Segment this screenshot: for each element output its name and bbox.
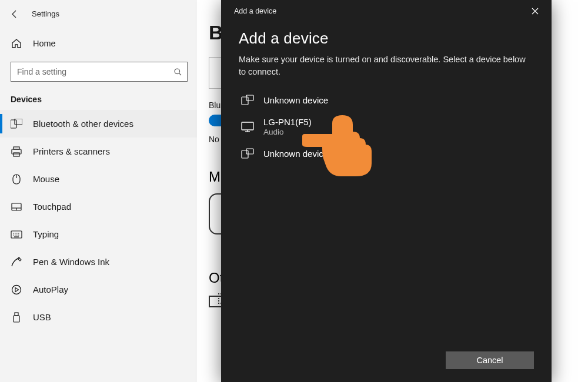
- back-icon[interactable]: [11, 10, 19, 18]
- svg-rect-23: [242, 122, 253, 130]
- dialog-body: Add a device Make sure your device is tu…: [221, 18, 552, 344]
- settings-sidebar: Settings Home Devices Bluetooth & other …: [0, 0, 197, 382]
- search-icon: [173, 68, 182, 76]
- search-input[interactable]: [17, 67, 173, 76]
- mouse-icon: [11, 174, 22, 185]
- svg-rect-2: [11, 120, 16, 128]
- pen-icon: [11, 257, 22, 267]
- svg-rect-18: [14, 316, 19, 322]
- settings-title: Settings: [32, 9, 59, 18]
- device-name: Unknown device: [263, 149, 328, 159]
- sidebar-item-home[interactable]: Home: [0, 33, 197, 53]
- sidebar-item-label: Printers & scanners: [33, 146, 110, 156]
- sidebar-item-mouse[interactable]: Mouse: [0, 165, 197, 193]
- monitor-icon: [241, 122, 254, 132]
- sidebar-item-printers[interactable]: Printers & scanners: [0, 138, 197, 165]
- svg-rect-27: [246, 149, 253, 154]
- usb-icon: [11, 312, 22, 323]
- autoplay-icon: [11, 284, 22, 295]
- sidebar-category: Devices: [0, 82, 197, 110]
- sidebar-header: Settings: [0, 7, 197, 24]
- svg-line-1: [179, 73, 182, 75]
- cancel-button[interactable]: Cancel: [446, 351, 534, 369]
- bluetooth-devices-icon: [11, 119, 22, 129]
- sidebar-item-typing[interactable]: Typing: [0, 220, 197, 248]
- sidebar-item-autoplay[interactable]: AutoPlay: [0, 276, 197, 303]
- search-input-wrap[interactable]: [11, 62, 188, 82]
- dialog-subtitle: Make sure your device is turned on and d…: [239, 53, 534, 78]
- dialog-heading: Add a device: [239, 29, 534, 48]
- sidebar-item-bluetooth[interactable]: Bluetooth & other devices: [0, 110, 197, 138]
- device-row-unknown-2[interactable]: Unknown device: [239, 142, 534, 165]
- sidebar-item-label: Bluetooth & other devices: [33, 119, 133, 129]
- device-name: LG-PN1(F5): [263, 117, 312, 127]
- dialog-titlebar: Add a device: [221, 0, 552, 18]
- keyboard-icon: [11, 230, 22, 239]
- dialog-footer: Cancel: [221, 344, 552, 382]
- device-row-lg-pn1[interactable]: LG-PN1(F5) Audio: [239, 111, 534, 142]
- sidebar-item-pen[interactable]: Pen & Windows Ink: [0, 248, 197, 276]
- home-label: Home: [33, 39, 56, 48]
- sidebar-item-label: Mouse: [33, 174, 59, 184]
- sidebar-item-touchpad[interactable]: Touchpad: [0, 193, 197, 220]
- device-name: Unknown device: [263, 95, 328, 105]
- device-row-unknown-1[interactable]: Unknown device: [239, 89, 534, 111]
- device-generic-icon: [241, 148, 254, 159]
- svg-point-0: [175, 69, 180, 74]
- svg-rect-17: [15, 313, 18, 316]
- svg-point-16: [12, 285, 21, 294]
- sidebar-item-label: Typing: [33, 229, 59, 239]
- home-icon: [11, 38, 22, 49]
- dialog-titlebar-text: Add a device: [234, 7, 276, 15]
- device-subtitle: Audio: [263, 128, 312, 136]
- printer-icon: [11, 146, 22, 157]
- sidebar-item-label: Pen & Windows Ink: [33, 257, 109, 267]
- add-device-dialog: Add a device Add a device Make sure your…: [221, 0, 552, 382]
- sidebar-item-label: AutoPlay: [33, 284, 68, 294]
- device-generic-icon: [241, 95, 254, 105]
- sidebar-item-label: USB: [33, 312, 51, 322]
- sidebar-item-label: Touchpad: [33, 202, 71, 212]
- close-icon[interactable]: [527, 5, 543, 17]
- svg-rect-6: [14, 153, 19, 156]
- svg-rect-22: [246, 95, 253, 100]
- svg-rect-4: [14, 147, 19, 149]
- touchpad-icon: [11, 203, 22, 211]
- sidebar-item-usb[interactable]: USB: [0, 303, 197, 331]
